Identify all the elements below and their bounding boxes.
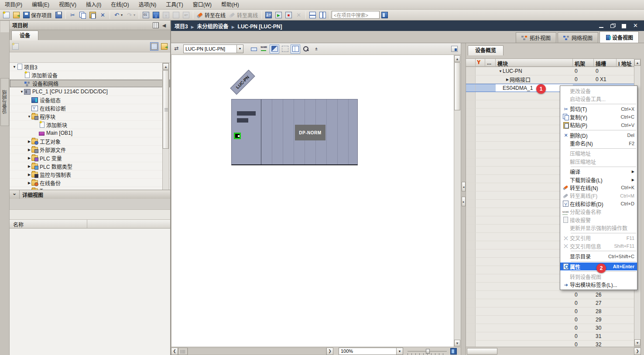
cell-rack[interactable]: 0 bbox=[573, 316, 594, 324]
tree-item-12[interactable]: ▶PLC 数据类型 bbox=[10, 162, 170, 171]
cell-rack[interactable]: 0 bbox=[573, 341, 594, 347]
column-dots[interactable]: ... bbox=[485, 59, 496, 66]
cell-slot[interactable]: 31 bbox=[594, 332, 617, 340]
tree-item-8[interactable]: Main [OB1] bbox=[10, 129, 170, 137]
row-gutter[interactable] bbox=[466, 307, 476, 315]
view-tab-2[interactable]: 设备视图 bbox=[599, 31, 639, 43]
overview-slot-row-27[interactable]: 027 bbox=[466, 299, 634, 307]
tree-item-2[interactable]: 设备和网络 bbox=[10, 79, 170, 88]
menubar-item-0[interactable]: 项目(P) bbox=[0, 0, 27, 10]
chevron-down-icon[interactable]: ▾ bbox=[134, 13, 135, 17]
context-menu-item-8[interactable]: 重命名(N)F2 bbox=[560, 139, 637, 147]
row-gutter[interactable] bbox=[466, 241, 476, 249]
scroll-down-icon[interactable]: ▼ bbox=[454, 340, 460, 346]
stop-cpu-button[interactable]: ■ bbox=[284, 10, 294, 20]
tree-item-13[interactable]: ▶监控与强制表 bbox=[10, 171, 170, 179]
delete-button[interactable]: ✕ bbox=[98, 10, 108, 20]
cell-address[interactable] bbox=[617, 316, 634, 324]
cell-address[interactable] bbox=[617, 341, 634, 347]
zoom-slider[interactable] bbox=[408, 348, 447, 355]
context-menu-item-5[interactable]: 粘贴(P)Ctrl+V bbox=[560, 121, 637, 129]
context-menu-item-13[interactable]: 编译▶ bbox=[560, 168, 637, 176]
context-menu-item-15[interactable]: 转至在线(N)Ctrl+K bbox=[560, 184, 637, 191]
collapse-right-icon[interactable]: ▸ bbox=[462, 197, 466, 206]
expand-arrow-icon[interactable]: ▼ bbox=[12, 65, 17, 69]
row-gutter[interactable] bbox=[466, 100, 476, 108]
row-gutter[interactable] bbox=[466, 208, 476, 216]
cell-rack[interactable]: 0 bbox=[573, 299, 594, 307]
device-canvas[interactable]: LUC-PN DP-NORM ▲ ▼ bbox=[171, 55, 461, 347]
print-button[interactable] bbox=[54, 10, 64, 20]
row-gutter[interactable] bbox=[466, 142, 476, 150]
breadcrumb-item-0[interactable]: 项目3 bbox=[175, 24, 188, 30]
device-selector[interactable]: ▼ bbox=[183, 44, 243, 53]
row-gutter[interactable] bbox=[466, 291, 476, 299]
ethernet-port-icon[interactable] bbox=[234, 133, 241, 139]
row-gutter[interactable] bbox=[466, 117, 476, 125]
expand-overview-icon[interactable] bbox=[161, 43, 168, 50]
cell-address[interactable] bbox=[617, 332, 634, 340]
zoom-value-input[interactable] bbox=[339, 348, 396, 354]
cell-rack[interactable]: 0 bbox=[573, 332, 594, 340]
device-name-label[interactable]: LUC-PN bbox=[230, 70, 255, 95]
cell-slot[interactable]: 28 bbox=[594, 307, 617, 315]
chevron-down-icon[interactable]: ▼ bbox=[396, 348, 403, 355]
panel-splitter[interactable]: ◂ ▸ bbox=[461, 43, 466, 355]
cell-slot[interactable]: 26 bbox=[594, 291, 617, 299]
overview-slot-row-26[interactable]: 026 bbox=[466, 291, 634, 299]
cell-address[interactable] bbox=[617, 307, 634, 315]
fit-view-icon[interactable] bbox=[450, 348, 457, 355]
portal-view-button[interactable] bbox=[380, 10, 390, 20]
detail-collapse-icon[interactable]: ⌄ bbox=[10, 190, 20, 199]
overview-slot-row-30[interactable]: 030 bbox=[466, 324, 634, 332]
menubar-item-6[interactable]: 工具(T) bbox=[161, 0, 188, 10]
hardware-filter-icon[interactable]: Y bbox=[477, 60, 480, 65]
expand-arrow-icon[interactable]: ▶ bbox=[27, 164, 31, 168]
go-offline-button[interactable]: 转至离线 bbox=[227, 10, 260, 20]
row-gutter[interactable] bbox=[466, 200, 476, 208]
menubar-item-8[interactable]: 帮助(H) bbox=[216, 0, 244, 10]
measure-icon[interactable] bbox=[249, 44, 258, 54]
row-gutter[interactable] bbox=[466, 299, 476, 307]
cell-module[interactable] bbox=[496, 307, 573, 315]
cell-slot[interactable]: 27 bbox=[594, 299, 617, 307]
save-project-button[interactable]: 保存项目 bbox=[21, 10, 54, 20]
cell-slot[interactable]: 0 bbox=[594, 67, 617, 75]
compile-button[interactable] bbox=[141, 10, 151, 20]
expand-arrow-icon[interactable]: ▶ bbox=[27, 181, 31, 185]
scroll-down-icon[interactable]: ▼ bbox=[634, 339, 641, 346]
tree-item-5[interactable]: 在线和诊断 bbox=[10, 104, 170, 113]
context-menu-item-30[interactable]: ➜导出模块标签条(L)... bbox=[560, 281, 637, 289]
copy-button[interactable] bbox=[78, 10, 88, 20]
panel-columns-icon[interactable] bbox=[153, 22, 159, 28]
tree-item-10[interactable]: ▶外部源文件 bbox=[10, 146, 170, 154]
cell-module[interactable]: ▶网络接口 bbox=[496, 75, 573, 83]
cell-slot[interactable]: 32 bbox=[594, 341, 617, 347]
tree-item-7[interactable]: 添加新块 bbox=[10, 121, 170, 129]
cell-address[interactable] bbox=[617, 75, 634, 83]
cell-module[interactable] bbox=[496, 332, 573, 340]
expand-arrow-icon[interactable]: ▼ bbox=[27, 115, 31, 119]
splitter-grip[interactable] bbox=[178, 348, 188, 355]
row-gutter[interactable] bbox=[466, 109, 476, 116]
minimize-icon[interactable] bbox=[599, 24, 604, 28]
row-gutter[interactable] bbox=[466, 216, 476, 224]
breadcrumb-item-1[interactable]: 未分组的设备 bbox=[197, 24, 229, 30]
zoom-options-icon[interactable]: ± bbox=[312, 44, 321, 54]
view-tab-1[interactable]: 网络视图 bbox=[558, 32, 598, 43]
row-gutter[interactable] bbox=[466, 92, 476, 100]
row-gutter[interactable] bbox=[466, 274, 476, 282]
zoom-icon[interactable] bbox=[301, 44, 311, 54]
context-menu-item-25[interactable]: 显示目录Ctrl+Shift+C bbox=[560, 252, 637, 260]
paste-button[interactable] bbox=[88, 10, 98, 20]
cell-address[interactable] bbox=[617, 324, 634, 332]
download-to-device-button[interactable] bbox=[151, 10, 161, 20]
upload-from-device-button[interactable] bbox=[161, 10, 171, 20]
tab-device-overview[interactable]: 设备概览 bbox=[468, 45, 504, 55]
row-gutter[interactable] bbox=[466, 150, 476, 158]
network-device-swap-icon[interactable] bbox=[173, 44, 182, 54]
device-head-module[interactable] bbox=[232, 99, 261, 164]
cell-rack[interactable]: 0 bbox=[573, 324, 594, 332]
cell-rack[interactable]: 0 bbox=[573, 75, 594, 83]
maximize-icon[interactable] bbox=[622, 24, 627, 28]
